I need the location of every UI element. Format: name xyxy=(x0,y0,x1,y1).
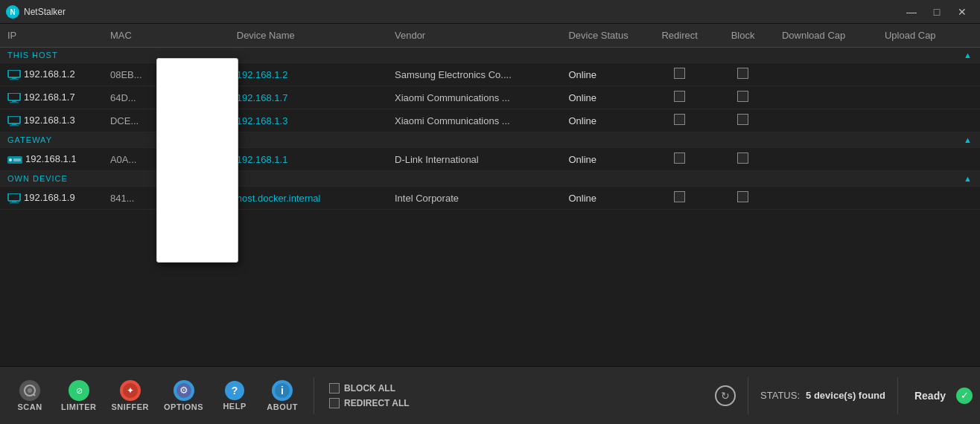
redirect-checkbox[interactable] xyxy=(674,114,685,125)
table-header: IP MAC Device Name Vendor Device Status … xyxy=(0,24,980,48)
redirect-all-label[interactable]: REDIRECT ALL xyxy=(329,398,410,408)
block-checkbox[interactable] xyxy=(737,191,748,202)
cell-redirect[interactable] xyxy=(648,63,711,86)
cell-status: Online xyxy=(561,86,648,109)
ready-icon: ✓ xyxy=(956,388,973,404)
redirect-checkbox[interactable] xyxy=(674,68,685,79)
section-header: OWN DEVICE ▲ xyxy=(0,171,980,187)
cell-status: Online xyxy=(561,148,648,171)
svg-point-12 xyxy=(9,158,12,161)
scan-label: SCAN xyxy=(17,402,42,411)
cell-block[interactable] xyxy=(711,63,774,86)
svg-rect-6 xyxy=(12,100,16,102)
col-header-ip: IP xyxy=(0,24,103,48)
col-header-status: Device Status xyxy=(561,24,648,48)
svg-text:⊘: ⊘ xyxy=(75,386,82,395)
about-button[interactable]: i ABOUT xyxy=(260,377,305,414)
block-checkbox[interactable] xyxy=(737,68,748,79)
col-header-dlcap: Download Cap xyxy=(774,24,877,48)
redirect-all-checkbox[interactable] xyxy=(329,398,340,408)
divider-1 xyxy=(314,377,314,414)
refresh-button[interactable]: ↻ xyxy=(715,385,736,406)
cell-download-cap xyxy=(774,109,877,132)
scan-button[interactable]: SCAN xyxy=(7,377,52,414)
section-expand-icon[interactable]: ▲ xyxy=(964,51,973,60)
redirect-checkbox[interactable] xyxy=(674,91,685,102)
cell-download-cap xyxy=(774,148,877,171)
cell-redirect[interactable] xyxy=(648,109,711,132)
limiter-button[interactable]: ⊘ LIMITER xyxy=(55,377,103,414)
limiter-label: LIMITER xyxy=(61,402,97,411)
status-label: STATUS: xyxy=(760,390,800,401)
cell-block[interactable] xyxy=(711,148,774,171)
cell-device-name: 192.168.1.7 xyxy=(229,86,387,109)
block-all-label[interactable]: BLOCK ALL xyxy=(329,383,410,394)
app-title: NetStalker xyxy=(24,7,900,17)
bottom-bar: SCAN ⊘ LIMITER ✦ SNIFFER ⚙ OPTIONS xyxy=(0,366,980,424)
cell-download-cap xyxy=(774,187,877,210)
cell-vendor: Xiaomi Communications ... xyxy=(387,109,561,132)
cell-block[interactable] xyxy=(711,187,774,210)
cell-status: Online xyxy=(561,187,648,210)
status-count: 5 device(s) found xyxy=(806,390,885,401)
device-table-container: IP MAC Device Name Vendor Device Status … xyxy=(0,24,980,366)
cell-upload-cap xyxy=(877,86,980,109)
table-body: THIS HOST ▲ 192.168.1.208EB...192.168.1.… xyxy=(0,48,980,210)
cell-redirect[interactable] xyxy=(648,86,711,109)
block-checkbox[interactable] xyxy=(737,91,748,102)
svg-rect-13 xyxy=(13,158,21,161)
close-button[interactable]: ✕ xyxy=(950,0,974,24)
block-checkbox[interactable] xyxy=(737,114,748,125)
app-icon: N xyxy=(6,5,19,19)
maximize-button[interactable]: □ xyxy=(925,0,949,24)
cell-redirect[interactable] xyxy=(648,148,711,171)
cell-ip: 192.168.1.7 xyxy=(0,86,103,109)
col-header-vendor: Vendor xyxy=(387,24,561,48)
cell-upload-cap xyxy=(877,63,980,86)
scan-icon xyxy=(19,380,40,401)
cell-device-name: 192.168.1.3 xyxy=(229,109,387,132)
svg-text:✦: ✦ xyxy=(127,385,134,396)
cell-download-cap xyxy=(774,63,877,86)
limiter-icon: ⊘ xyxy=(69,380,89,401)
col-header-redirect: Redirect xyxy=(648,24,711,48)
cell-ip: 192.168.1.3 xyxy=(0,109,103,132)
cell-block[interactable] xyxy=(711,109,774,132)
section-expand-icon[interactable]: ▲ xyxy=(964,174,973,183)
section-expand-icon[interactable]: ▲ xyxy=(964,135,973,144)
table-row[interactable]: 192.168.1.9841...host.docker.internalInt… xyxy=(0,187,980,210)
redirect-checkbox[interactable] xyxy=(674,191,685,202)
minimize-button[interactable]: — xyxy=(900,0,923,24)
redirect-checkbox[interactable] xyxy=(674,152,685,164)
svg-rect-10 xyxy=(10,125,19,126)
sniffer-button[interactable]: ✦ SNIFFER xyxy=(106,377,156,414)
table-row[interactable]: 192.168.1.1A0A...192.168.1.1D-Link Inter… xyxy=(0,148,980,171)
device-table: IP MAC Device Name Vendor Device Status … xyxy=(0,24,980,210)
cell-upload-cap xyxy=(877,109,980,132)
table-row[interactable]: 192.168.1.3DCE...192.168.1.3Xiaomi Commu… xyxy=(0,109,980,132)
svg-text:⚙: ⚙ xyxy=(179,385,188,396)
table-row[interactable]: 192.168.1.208EB...192.168.1.2Samsung Ele… xyxy=(0,63,980,86)
options-button[interactable]: ⚙ OPTIONS xyxy=(158,377,209,414)
help-button[interactable]: ? HELP xyxy=(212,378,257,414)
svg-rect-15 xyxy=(12,201,16,202)
svg-rect-4 xyxy=(10,79,19,80)
cell-vendor: Intel Corporate xyxy=(387,187,561,210)
svg-rect-16 xyxy=(10,202,19,204)
cell-block[interactable] xyxy=(711,86,774,109)
options-icon: ⚙ xyxy=(174,380,194,401)
cell-status: Online xyxy=(561,63,648,86)
col-header-devname: Device Name xyxy=(229,24,387,48)
block-all-checkbox[interactable] xyxy=(329,383,340,394)
block-checkbox[interactable] xyxy=(737,152,748,164)
cell-redirect[interactable] xyxy=(648,187,711,210)
svg-rect-9 xyxy=(12,123,16,125)
cell-ip: 192.168.1.2 xyxy=(0,63,103,86)
col-header-mac: MAC xyxy=(103,24,229,48)
context-popup[interactable] xyxy=(156,58,238,263)
table-row[interactable]: 192.168.1.764D...192.168.1.7Xiaomi Commu… xyxy=(0,86,980,109)
cell-vendor: Samsung Electronics Co.... xyxy=(387,63,561,86)
svg-point-18 xyxy=(28,388,32,393)
section-header: THIS HOST ▲ xyxy=(0,48,980,63)
cell-upload-cap xyxy=(877,187,980,210)
